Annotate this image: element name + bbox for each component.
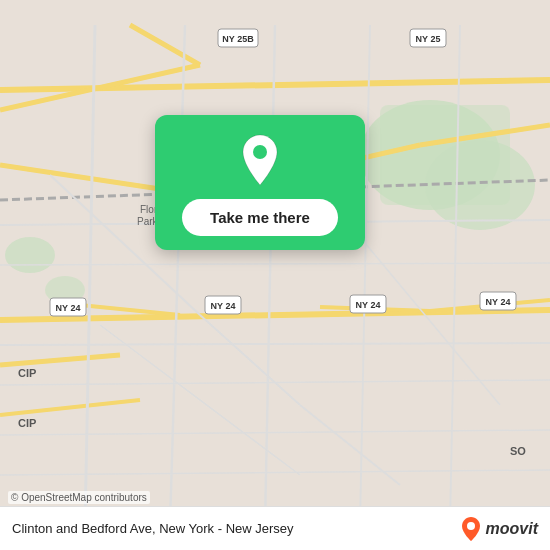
osm-attribution: © OpenStreetMap contributors xyxy=(8,491,150,504)
svg-point-4 xyxy=(5,237,55,273)
moovit-logo: moovit xyxy=(460,516,538,542)
svg-text:CIP: CIP xyxy=(18,367,36,379)
moovit-wordmark: moovit xyxy=(486,520,538,538)
svg-text:NY 24: NY 24 xyxy=(486,297,511,307)
location-pin-icon xyxy=(238,133,282,187)
svg-text:SO: SO xyxy=(510,445,526,457)
location-label: Clinton and Bedford Ave, New York - New … xyxy=(12,521,460,536)
svg-point-55 xyxy=(467,522,475,530)
svg-text:NY 24: NY 24 xyxy=(56,303,81,313)
svg-text:NY 25: NY 25 xyxy=(416,34,441,44)
bottom-bar: Clinton and Bedford Ave, New York - New … xyxy=(0,506,550,550)
svg-rect-3 xyxy=(380,105,510,205)
svg-rect-0 xyxy=(0,25,550,525)
svg-point-54 xyxy=(253,145,267,159)
popup-card: Take me there xyxy=(155,115,365,250)
svg-text:NY 25B: NY 25B xyxy=(222,34,254,44)
svg-text:NY 24: NY 24 xyxy=(356,300,381,310)
moovit-pin-icon xyxy=(460,516,482,542)
map-container: NY 25B NY 25 NY 25 NY 24 NY 24 NY 24 NY … xyxy=(0,0,550,550)
map-background: NY 25B NY 25 NY 25 NY 24 NY 24 NY 24 NY … xyxy=(0,0,550,550)
take-me-there-button[interactable]: Take me there xyxy=(182,199,338,236)
svg-text:NY 24: NY 24 xyxy=(211,301,236,311)
svg-text:CIP: CIP xyxy=(18,417,36,429)
